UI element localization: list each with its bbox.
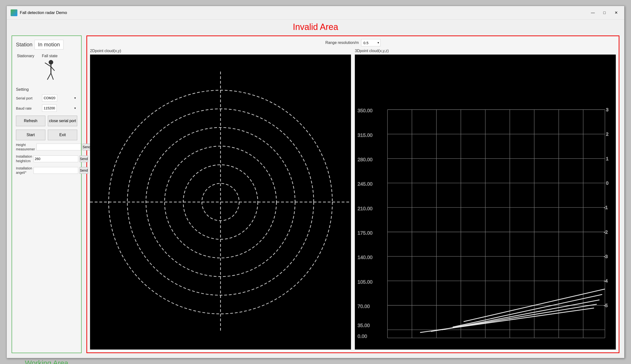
chart-2d-canvas (90, 54, 351, 350)
refresh-close-row: Refresh close serial port (16, 116, 77, 126)
station-label: Station (16, 42, 32, 48)
stationary-col: Stationary (16, 54, 35, 83)
fall-state-label: Fall state (42, 54, 58, 58)
baud-rate-select-wrapper: 115200 9600 19200 38400 57600 (42, 104, 77, 112)
svg-text:-2: -2 (604, 230, 608, 234)
chart-2d-container: 2Dpoint cloud(x,y) (90, 49, 351, 350)
station-row: Station In motion (16, 40, 77, 50)
svg-line-3 (51, 66, 54, 71)
main-content: Station In motion Stationary Fall state (7, 33, 624, 358)
svg-text:350.00: 350.00 (358, 108, 372, 113)
fall-state-col: Fall state (40, 54, 60, 83)
state-row: Stationary Fall state (16, 54, 77, 83)
svg-text:-5: -5 (604, 303, 608, 308)
window-controls: — □ ✕ (588, 8, 620, 17)
height-measure-row: Height measuremer Send (16, 143, 77, 151)
install-height-row: Installation height/cm Send (16, 154, 77, 163)
range-resolution-row: Range resolution/m 0.5 0.1 0.2 1.0 (90, 39, 616, 46)
chart-3d-canvas: 350.00 315.00 280.00 245.00 210.00 175.0… (355, 54, 616, 350)
svg-text:3: 3 (606, 108, 608, 112)
person-icon (42, 60, 57, 83)
svg-text:210.00: 210.00 (358, 206, 372, 211)
svg-text:-1: -1 (604, 205, 608, 210)
svg-text:70.00: 70.00 (358, 304, 370, 309)
chart-3d-title: 3Dpoint cloud(x,y,z) (355, 49, 616, 53)
svg-text:-4: -4 (604, 278, 608, 284)
fall-state-icon-area (40, 59, 60, 83)
main-window: Fall detection radar Demo — □ ✕ Invalid … (6, 6, 624, 358)
exit-button[interactable]: Exit (48, 130, 77, 140)
height-measure-input[interactable] (36, 144, 81, 150)
close-serial-button[interactable]: close serial port (48, 116, 77, 126)
svg-point-0 (49, 60, 53, 64)
charts-row: 2Dpoint cloud(x,y) (90, 49, 616, 350)
install-angle-label: Installation angel/° (16, 166, 32, 175)
svg-text:2: 2 (606, 132, 608, 136)
right-panel: Range resolution/m 0.5 0.1 0.2 1.0 2Dpoi… (86, 36, 620, 353)
svg-text:1: 1 (606, 156, 608, 161)
install-angle-send-button[interactable]: Send (80, 167, 88, 174)
start-exit-row: Start Exit (16, 130, 77, 140)
grid-3d-svg: 350.00 315.00 280.00 245.00 210.00 175.0… (355, 54, 616, 350)
serial-port-select[interactable]: COM20 COM1 COM2 COM3 (42, 94, 57, 102)
svg-text:245.00: 245.00 (358, 181, 372, 186)
app-icon (10, 10, 18, 16)
baud-rate-label: Baud rate (16, 106, 40, 110)
svg-text:280.00: 280.00 (358, 157, 372, 162)
install-height-send-button[interactable]: Send (80, 156, 88, 162)
radar-svg (90, 54, 351, 350)
svg-text:35.00: 35.00 (358, 323, 370, 328)
height-measure-label: Height measuremer (16, 143, 35, 151)
svg-text:140.00: 140.00 (358, 255, 372, 260)
minimize-button[interactable]: — (588, 8, 597, 17)
stationary-label: Stationary (17, 54, 34, 58)
in-motion-badge: In motion (34, 40, 64, 50)
svg-text:175.00: 175.00 (358, 230, 372, 236)
serial-port-label: Serial port (16, 96, 40, 100)
install-height-input[interactable] (34, 156, 78, 162)
invalid-area-label: Invalid Area (7, 20, 624, 33)
setting-label: Setting (16, 87, 77, 92)
install-angle-input[interactable] (34, 167, 78, 174)
chart-3d-container: 3Dpoint cloud(x,y,z) 350.00 315.00 280.0… (355, 49, 616, 350)
install-height-label: Installation height/cm (16, 154, 32, 163)
install-angle-row: Installation angel/° Send (16, 166, 77, 175)
maximize-button[interactable]: □ (600, 8, 609, 17)
window-title: Fall detection radar Demo (20, 10, 588, 15)
close-button[interactable]: ✕ (612, 8, 620, 17)
height-measure-send-button[interactable]: Send (82, 144, 91, 150)
svg-line-5 (51, 73, 53, 80)
svg-text:-3: -3 (604, 254, 608, 259)
svg-text:0: 0 (606, 181, 608, 186)
svg-text:105.00: 105.00 (358, 279, 372, 284)
stationary-icon-area (16, 59, 35, 83)
baud-rate-select[interactable]: 115200 9600 19200 38400 57600 (42, 104, 57, 112)
baud-rate-row: Baud rate 115200 9600 19200 38400 57600 (16, 104, 77, 112)
titlebar: Fall detection radar Demo — □ ✕ (7, 6, 624, 20)
svg-line-4 (47, 73, 51, 80)
serial-port-row: Serial port COM20 COM1 COM2 COM3 (16, 94, 77, 102)
working-area-label: Working Area (25, 359, 68, 364)
serial-port-select-wrapper: COM20 COM1 COM2 COM3 (42, 94, 77, 102)
svg-text:315.00: 315.00 (358, 132, 372, 138)
refresh-button[interactable]: Refresh (16, 116, 46, 126)
range-resolution-label: Range resolution/m (326, 40, 359, 45)
chart-2d-title: 2Dpoint cloud(x,y) (90, 49, 351, 53)
left-panel: Station In motion Stationary Fall state (12, 36, 82, 353)
start-button[interactable]: Start (16, 130, 46, 140)
range-resolution-select[interactable]: 0.5 0.1 0.2 1.0 (361, 39, 380, 46)
range-resolution-select-wrapper: 0.5 0.1 0.2 1.0 (361, 39, 380, 46)
svg-text:0.00: 0.00 (358, 334, 367, 339)
